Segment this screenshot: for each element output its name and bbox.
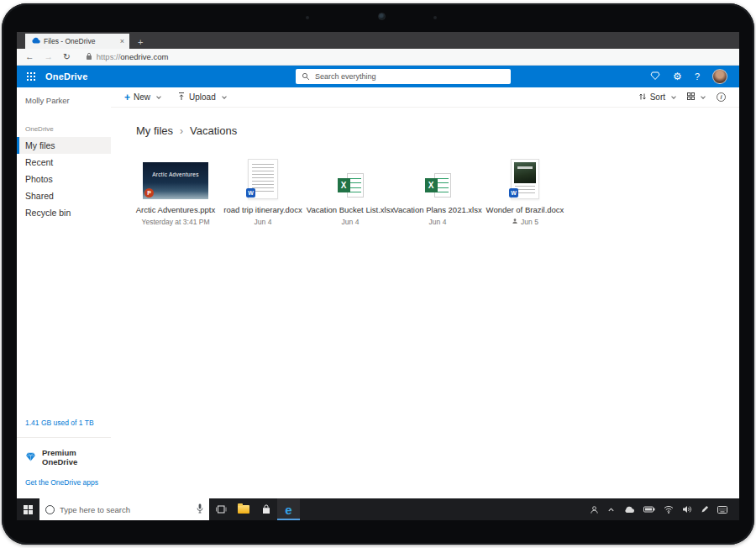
diamond-icon (25, 452, 36, 463)
breadcrumb-vacations: Vacations (190, 124, 237, 137)
sort-button-label: Sort (650, 92, 665, 102)
sidebar-item-photos[interactable]: Photos (17, 171, 111, 187)
view-layout-button[interactable] (687, 92, 705, 102)
new-button[interactable]: + New (124, 92, 160, 103)
screen: Files - OneDrive × + ← → ↻ https://onedr… (17, 32, 739, 520)
app-launcher-icon[interactable] (27, 72, 35, 81)
sidebar-item-recycle-bin[interactable]: Recycle bin (17, 204, 111, 221)
sort-button[interactable]: Sort (638, 92, 675, 103)
tab-title: Files - OneDrive (44, 37, 117, 45)
file-tile-wonder-of-brazil[interactable]: W Wonder of Brazil.docx Jun 5 (484, 154, 566, 226)
new-tab-button[interactable]: + (138, 38, 143, 47)
file-tile-arctic-adventures[interactable]: Arctic Adventures P Arctic Adventures.pp… (134, 154, 217, 226)
file-name: Arctic Adventures.pptx (136, 205, 216, 214)
volume-icon[interactable] (682, 505, 692, 514)
file-tile-vacation-plans-2021[interactable]: X Vacation Plans 2021.xlsx Jun 4 (396, 154, 479, 226)
storage-usage-link[interactable]: 1.41 GB used of 1 TB (17, 414, 111, 438)
refresh-button[interactable]: ↻ (63, 52, 71, 61)
browser-tab-bar: Files - OneDrive × + (17, 32, 739, 49)
excel-icon: X (338, 173, 364, 198)
help-icon[interactable]: ? (695, 72, 700, 82)
tablet-device-frame: Files - OneDrive × + ← → ↻ https://onedr… (2, 3, 754, 545)
chevron-down-icon (671, 94, 676, 99)
sidebar-item-shared[interactable]: Shared (17, 187, 111, 204)
command-bar: + New Upload (111, 87, 739, 108)
settings-gear-icon[interactable]: ⚙ (673, 71, 682, 82)
chevron-down-icon (701, 94, 706, 99)
windows-logo-icon (24, 505, 33, 514)
search-box[interactable] (296, 69, 511, 84)
excel-icon: X (425, 173, 451, 198)
battery-icon[interactable] (643, 506, 655, 513)
upload-button[interactable]: Upload (177, 92, 226, 103)
file-name: Vacation Bucket List.xlsx (307, 205, 394, 214)
sensor-dot (433, 16, 437, 19)
file-date: Jun 4 (342, 218, 360, 226)
url-scheme: https:// (97, 52, 121, 61)
microsoft-store-button[interactable] (255, 498, 277, 520)
browser-address-bar: ← → ↻ https://onedrive.com (17, 49, 739, 66)
pen-icon[interactable] (701, 505, 709, 514)
sidebar-item-recent[interactable]: Recent (17, 154, 111, 171)
file-tile-vacation-bucket-list[interactable]: X Vacation Bucket List.xlsx Jun 4 (309, 154, 391, 226)
word-icon: W (509, 188, 518, 198)
new-button-label: New (134, 92, 150, 102)
file-date: Jun 5 (521, 218, 538, 226)
file-explorer-button[interactable] (232, 498, 255, 520)
sort-icon (638, 92, 647, 103)
get-apps-link[interactable]: Get the OneDrive apps (17, 475, 111, 498)
account-avatar[interactable] (712, 69, 727, 84)
breadcrumb-chevron-icon: › (180, 125, 183, 137)
tab-close-icon[interactable]: × (120, 37, 124, 45)
show-hidden-icons-chevron[interactable] (607, 506, 615, 514)
sensor-dot (306, 16, 309, 19)
grid-view-icon (687, 92, 695, 102)
sidebar-section-label: OneDrive (17, 125, 111, 137)
forward-button[interactable]: → (45, 52, 54, 61)
user-name: Molly Parker (17, 92, 111, 108)
sidebar: Molly Parker OneDrive My files Recent Ph… (17, 87, 111, 498)
lock-icon (86, 52, 92, 62)
premium-label: Premium OneDrive (42, 448, 102, 466)
search-input[interactable] (315, 72, 505, 81)
onedrive-cloud-icon[interactable] (623, 505, 635, 514)
people-icon[interactable] (590, 505, 599, 514)
powerpoint-icon: P (144, 188, 154, 198)
upload-icon (177, 92, 186, 103)
task-view-button[interactable] (209, 498, 232, 520)
upload-button-label: Upload (189, 92, 216, 102)
breadcrumb: My files › Vacations (136, 124, 739, 137)
url-host: onedrive.com (120, 52, 168, 61)
network-wifi-icon[interactable] (664, 505, 674, 514)
microphone-icon[interactable] (197, 502, 203, 517)
thumbnail-title: Arctic Adventures (143, 171, 208, 177)
taskbar-search-box[interactable] (39, 498, 209, 520)
chevron-down-icon (156, 94, 161, 99)
file-tile-road-trip-itinerary[interactable]: W road trip itinerary.docx Jun 4 (222, 154, 304, 226)
file-date: Jun 4 (255, 218, 272, 226)
file-name: Vacation Plans 2021.xlsx (393, 205, 481, 214)
plus-icon: + (124, 92, 130, 103)
url-field[interactable]: https://onedrive.com (86, 52, 169, 62)
file-grid: Arctic Adventures P Arctic Adventures.pp… (134, 154, 739, 226)
premium-onedrive-banner[interactable]: Premium OneDrive (17, 438, 111, 475)
file-name: road trip itinerary.docx (223, 205, 302, 214)
taskbar-search-input[interactable] (60, 505, 192, 514)
docx-thumbnail: W (248, 159, 278, 199)
start-button[interactable] (17, 498, 39, 520)
details-info-button[interactable]: i (717, 92, 726, 102)
edge-icon: e (285, 503, 291, 516)
onedrive-favicon-icon (30, 37, 40, 45)
back-button[interactable]: ← (25, 52, 34, 61)
edge-browser-button[interactable]: e (277, 498, 300, 520)
cortana-icon (45, 505, 55, 514)
breadcrumb-my-files[interactable]: My files (136, 124, 173, 137)
search-icon (302, 69, 310, 84)
front-camera (378, 13, 386, 20)
browser-tab[interactable]: Files - OneDrive × (25, 34, 129, 49)
sidebar-item-my-files[interactable]: My files (17, 137, 111, 154)
touch-keyboard-icon[interactable] (717, 506, 727, 514)
windows-taskbar: e (17, 498, 739, 520)
pptx-thumbnail: Arctic Adventures P (143, 162, 208, 199)
premium-diamond-icon[interactable] (650, 71, 660, 82)
